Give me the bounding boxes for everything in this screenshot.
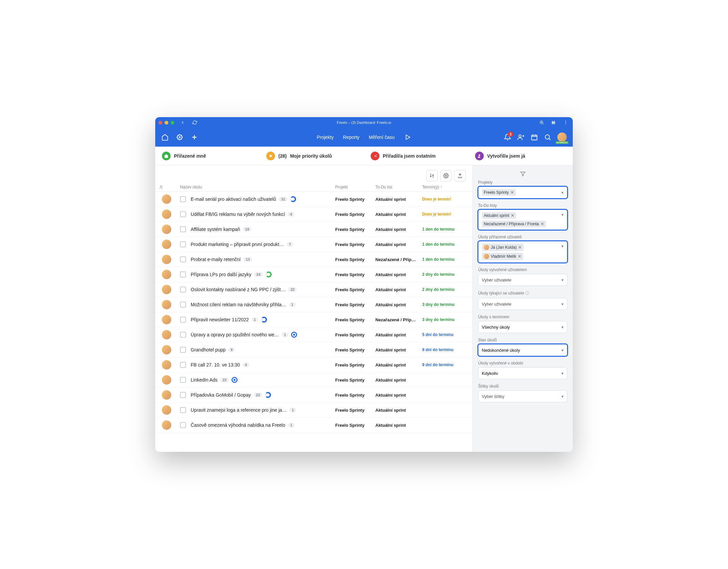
tab-created-by-me[interactable]: Vytvořil/a jsem já [468, 147, 573, 165]
assignee-avatar[interactable] [162, 390, 171, 400]
task-row[interactable]: Úpravy a opravy po spuštění nového we…1 … [155, 327, 472, 342]
task-row[interactable]: Připravit newsletter 11/20221 Freelo Spr… [155, 312, 472, 327]
task-title[interactable]: Časově omezená výhodná nabídka na Freelo… [191, 422, 335, 428]
task-checkbox[interactable] [180, 241, 186, 247]
tab-my-priorities[interactable]: (28) Moje priority úkolů [260, 147, 364, 165]
assignee-avatar[interactable] [162, 270, 171, 279]
task-list[interactable]: Aktuální sprint [375, 332, 422, 337]
assignee-avatar[interactable] [162, 240, 171, 249]
task-title[interactable]: Případovka GoMobil / Gopay22 [191, 392, 335, 398]
assignee-avatar[interactable] [162, 194, 171, 204]
task-list[interactable]: Nezařazené / Příp… [375, 317, 422, 322]
assignee-avatar[interactable] [162, 345, 171, 354]
task-checkbox[interactable] [180, 211, 186, 217]
task-title[interactable]: Oslovit kontakty nasbírané z NG PPC / zj… [191, 287, 335, 292]
task-checkbox[interactable] [180, 287, 186, 293]
task-list[interactable]: Aktuální sprint [375, 242, 422, 247]
search-icon[interactable] [544, 134, 551, 141]
assignee-avatar[interactable] [162, 330, 171, 339]
task-checkbox[interactable] [180, 422, 186, 428]
notifications-icon[interactable]: 3 [504, 134, 511, 141]
task-row[interactable]: Probrat e-maily retenční13 Freelo Sprint… [155, 252, 472, 267]
chip-remove-icon[interactable]: ✕ [518, 254, 521, 259]
task-title[interactable]: Úpravy a opravy po spuštění nového we…1 [191, 332, 335, 338]
task-project[interactable]: Freelo Sprinty [335, 302, 375, 307]
task-title[interactable]: E-mail seriál pro aktivaci našich uživat… [191, 196, 335, 202]
nav-reporty[interactable]: Reporty [343, 135, 359, 140]
info-icon[interactable]: ⓘ [525, 291, 529, 296]
task-list[interactable]: Aktuální sprint [375, 347, 422, 352]
assignee-avatar[interactable] [162, 405, 171, 415]
chip-remove-icon[interactable]: ✕ [511, 213, 514, 218]
task-project[interactable]: Freelo Sprinty [335, 408, 375, 413]
task-checkbox[interactable] [180, 332, 186, 338]
task-checkbox[interactable] [180, 347, 186, 353]
task-row[interactable]: LinkedIn Ads22 Freelo Sprinty Aktuální s… [155, 373, 472, 388]
task-project[interactable]: Freelo Sprinty [335, 362, 375, 368]
task-title[interactable]: FB call 27. 10. ve 13:304 [191, 362, 335, 368]
task-row[interactable]: Udělat FB/IG reklamu na výběr nových fun… [155, 207, 472, 222]
col-project[interactable]: Projekt [335, 185, 375, 189]
chip-remove-icon[interactable]: ✕ [541, 222, 544, 226]
nav-projekty[interactable]: Projekty [317, 135, 334, 140]
task-title[interactable]: Udělat FB/IG reklamu na výběr nových fun… [191, 212, 335, 217]
task-row[interactable]: Časově omezená výhodná nabídka na Freelo… [155, 418, 472, 433]
filter-chip[interactable]: Já (Jan Kulda)✕ [482, 244, 524, 251]
task-list[interactable]: Aktuální sprint [375, 227, 422, 232]
users-icon[interactable] [517, 134, 525, 141]
assignee-avatar[interactable] [162, 300, 171, 309]
task-row[interactable]: Případovka GoMobil / Gopay22 Freelo Spri… [155, 388, 472, 403]
home-icon[interactable] [161, 134, 169, 141]
maximize-window[interactable] [171, 121, 174, 125]
filter-status[interactable]: Nedokončené úkoly▾ [478, 344, 567, 356]
task-title[interactable]: Možnost cílení reklam na návštěvníky při… [191, 302, 335, 307]
task-title[interactable]: Upravit znamejsi loga a reference pro ji… [191, 407, 335, 413]
task-checkbox[interactable] [180, 196, 186, 202]
task-list[interactable]: Nezařazené / Příp… [375, 257, 422, 262]
task-title[interactable]: Produkt marketing – připravit první prod… [191, 242, 335, 247]
task-title[interactable]: Grandhotel pupp9 [191, 347, 335, 352]
task-project[interactable]: Freelo Sprinty [335, 393, 375, 398]
task-checkbox[interactable] [180, 302, 186, 308]
task-checkbox[interactable] [180, 407, 186, 413]
tab-delegated[interactable]: Přiřadil/a jsem ostatním [364, 147, 468, 165]
assignee-avatar[interactable] [162, 375, 171, 385]
filter-icon[interactable] [478, 169, 567, 180]
add-icon[interactable] [191, 134, 198, 141]
task-row[interactable]: Produkt marketing – připravit první prod… [155, 237, 472, 252]
assignee-avatar[interactable] [162, 210, 171, 219]
filter-related[interactable]: Vyber uživatele▾ [478, 298, 567, 310]
extension-icon[interactable] [550, 119, 557, 126]
settings-button[interactable] [440, 170, 452, 181]
task-title[interactable]: Připravit newsletter 11/20221 [191, 317, 335, 323]
task-project[interactable]: Freelo Sprinty [335, 332, 375, 337]
task-project[interactable]: Freelo Sprinty [335, 347, 375, 352]
filter-lists[interactable]: Aktuální sprint✕Nezařazené / Příprava / … [478, 210, 567, 230]
task-list[interactable]: Aktuální sprint [375, 302, 422, 307]
task-checkbox[interactable] [180, 317, 186, 323]
filter-chip[interactable]: Aktuální sprint✕ [482, 212, 516, 219]
filter-deadline[interactable]: Všechny úkoly▾ [478, 321, 567, 333]
assignee-avatar[interactable] [162, 285, 171, 294]
minimize-window[interactable] [165, 121, 168, 125]
task-row[interactable]: Možnost cílení reklam na návštěvníky při… [155, 297, 472, 312]
assignee-avatar[interactable] [162, 420, 171, 430]
task-checkbox[interactable] [180, 271, 186, 277]
task-project[interactable]: Freelo Sprinty [335, 257, 375, 262]
task-row[interactable]: FB call 27. 10. ve 13:304 Freelo Sprinty… [155, 357, 472, 373]
task-project[interactable]: Freelo Sprinty [335, 423, 375, 428]
assignee-avatar[interactable] [162, 255, 171, 264]
helm-icon[interactable] [176, 134, 183, 141]
task-list[interactable]: Aktuální sprint [375, 272, 422, 277]
task-row[interactable]: Grandhotel pupp9 Freelo Sprinty Aktuální… [155, 342, 472, 357]
calendar-icon[interactable] [531, 134, 538, 141]
task-project[interactable]: Freelo Sprinty [335, 242, 375, 247]
task-title[interactable]: Probrat e-maily retenční13 [191, 257, 335, 262]
task-list[interactable]: Aktuální sprint [375, 378, 422, 383]
menu-dots-icon[interactable] [562, 119, 569, 126]
assignee-avatar[interactable] [162, 360, 171, 370]
filter-chip[interactable]: Vladimír Melík✕ [482, 253, 523, 260]
refresh-icon[interactable] [191, 119, 198, 126]
task-project[interactable]: Freelo Sprinty [335, 212, 375, 217]
play-icon[interactable] [404, 134, 411, 141]
